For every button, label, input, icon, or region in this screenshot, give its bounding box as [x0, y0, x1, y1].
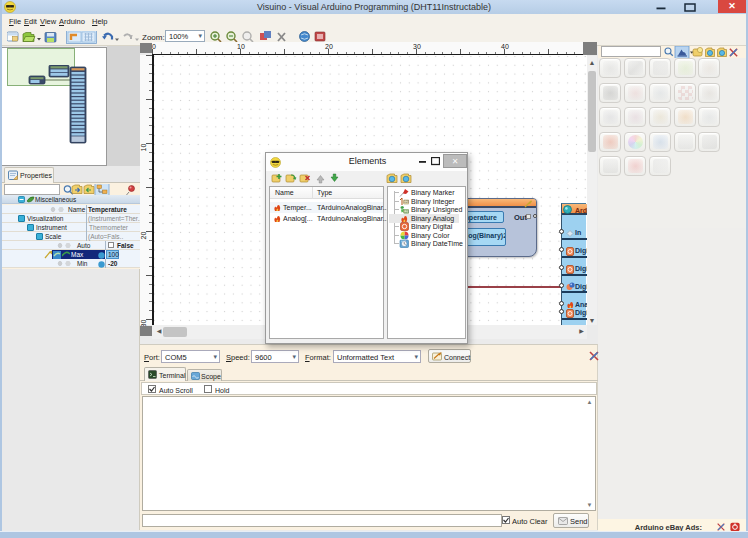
svg-text:123: 123 [401, 239, 406, 243]
svg-text:123: 123 [404, 200, 409, 204]
